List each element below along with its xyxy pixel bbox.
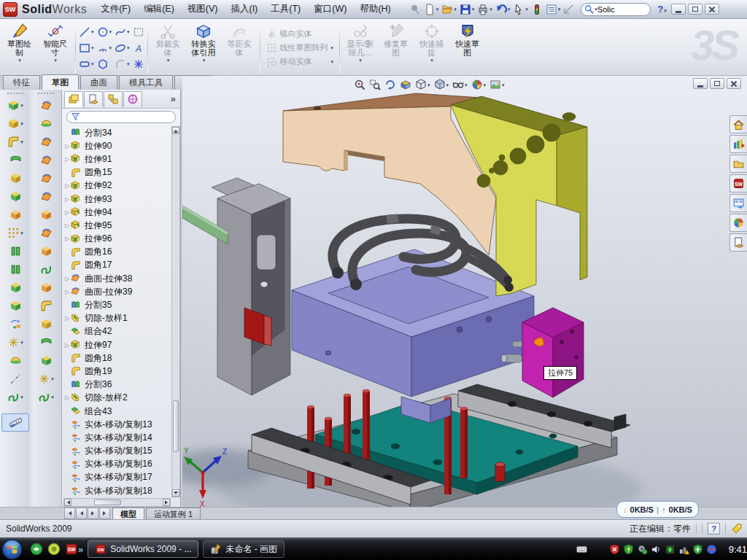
search-box[interactable]: ▾: [581, 3, 651, 16]
tree-item-14[interactable]: ▷切除-放样1: [63, 312, 171, 325]
upload-monitor-tray-icon[interactable]: [665, 544, 676, 555]
circle-button[interactable]: ▾: [96, 24, 113, 40]
new-document-icon[interactable]: ▾: [422, 2, 441, 17]
undo-icon[interactable]: ▾: [494, 2, 512, 17]
sketch-tool-button[interactable]: ▾: [32, 370, 60, 388]
tree-item-21[interactable]: 组合43: [63, 405, 171, 418]
status-help-button[interactable]: ?: [708, 523, 720, 534]
helix-button[interactable]: ▾: [32, 388, 60, 406]
convert-entities-button[interactable]: 转换实 体引用▾: [186, 21, 222, 74]
menu-item-0[interactable]: 文件(F): [94, 0, 137, 18]
expander-icon[interactable]: ▷: [63, 222, 71, 229]
tree-item-25[interactable]: 实体-移动/复制16: [63, 458, 171, 471]
combine-button[interactable]: [1, 297, 29, 315]
tree-item-12[interactable]: ▷曲面-拉伸39: [63, 285, 171, 298]
nav-last-button[interactable]: [99, 508, 110, 519]
extruded-boss-button[interactable]: ▾: [1, 96, 29, 114]
offset-surface-button[interactable]: [32, 206, 60, 224]
slide-block[interactable]: [522, 308, 584, 397]
nav-next-button[interactable]: [88, 508, 98, 519]
custom-properties-button[interactable]: [729, 233, 747, 252]
rectangle-button[interactable]: ▾: [78, 40, 95, 56]
start-button[interactable]: [1, 539, 23, 560]
replace-face-button[interactable]: [32, 260, 60, 279]
quick-snaps-button[interactable]: 快速捕 捉▾: [414, 21, 449, 74]
scroll-up-button[interactable]: [172, 127, 179, 134]
expander-icon[interactable]: ▷: [63, 143, 71, 149]
selection-box-button[interactable]: [132, 24, 145, 40]
select-icon[interactable]: ▾: [511, 2, 530, 17]
mirror-button[interactable]: [1, 260, 29, 279]
fillet-button[interactable]: ▾: [1, 133, 29, 151]
tab-0[interactable]: 特征: [3, 75, 40, 90]
menu-item-6[interactable]: 帮助(H): [353, 0, 397, 18]
display-delete-relations-button[interactable]: 显示/删 除几...▾: [342, 21, 378, 74]
tree-item-24[interactable]: 实体-移动/复制15: [63, 445, 171, 458]
scroll-thumb[interactable]: [94, 499, 122, 505]
file-explorer-button[interactable]: [729, 155, 747, 173]
extruded-cut-button[interactable]: ▾: [1, 114, 29, 133]
tree-item-16[interactable]: ▷拉伸97: [63, 338, 171, 351]
offset-entities-button[interactable]: 等距实 体: [222, 21, 258, 74]
filled-surface-button[interactable]: [32, 169, 60, 187]
rib-button[interactable]: [1, 242, 29, 260]
edit-appearance-button[interactable]: ▾: [470, 78, 488, 91]
knit-surface-button[interactable]: [32, 333, 60, 351]
update-gear-tray-icon[interactable]: [637, 544, 648, 555]
tree-filter-input[interactable]: [66, 111, 176, 123]
launcher-quicklaunch-icon[interactable]: [47, 542, 61, 556]
tree-item-20[interactable]: ▷切除-放样2: [63, 392, 171, 405]
sync-status-tray-icon[interactable]: [706, 544, 717, 555]
scroll-right-button[interactable]: [163, 499, 170, 506]
revolved-surface-button[interactable]: [32, 114, 60, 133]
propertymanager-tab[interactable]: [84, 91, 103, 107]
quick-launch-overflow[interactable]: »: [78, 544, 83, 555]
tree-item-5[interactable]: ▷拉伸93: [63, 192, 171, 206]
rapid-sketch-button[interactable]: 快速草 图: [449, 21, 485, 74]
untrim-surface-button[interactable]: [32, 315, 60, 333]
apply-scene-button[interactable]: ▾: [488, 78, 506, 91]
dome-button[interactable]: [1, 351, 29, 370]
lofted-boss-button[interactable]: [1, 169, 29, 187]
clock[interactable]: 9:41: [729, 544, 747, 555]
helix-spiral-button[interactable]: ▾: [1, 388, 29, 406]
axis-button[interactable]: [1, 370, 29, 388]
tree-item-1[interactable]: ▷拉伸90: [63, 139, 171, 152]
polygon-button[interactable]: [96, 56, 113, 72]
menu-item-2[interactable]: 视图(V): [181, 0, 225, 18]
smart-dimension-button[interactable]: 智能尺 寸▾: [37, 21, 73, 74]
antivirus-shield-tray-icon[interactable]: [609, 544, 620, 555]
tree-item-15[interactable]: 组合42: [63, 325, 171, 338]
view-palette-button[interactable]: [729, 194, 747, 212]
short-pin[interactable]: [495, 462, 505, 481]
print-icon[interactable]: ▾: [476, 2, 494, 17]
save-icon[interactable]: ▾: [458, 2, 476, 17]
toolbox-button[interactable]: SW: [729, 174, 747, 192]
swept-boss-button[interactable]: [1, 151, 29, 169]
search-input[interactable]: [597, 5, 635, 14]
expander-icon[interactable]: ▷: [63, 342, 71, 349]
appearances-scenes-button[interactable]: [729, 214, 747, 232]
scroll-thumb[interactable]: [173, 400, 179, 452]
task-button-1[interactable]: 未命名 - 画图: [203, 540, 285, 558]
zoom-to-fit-button[interactable]: [352, 78, 367, 91]
messenger-quicklaunch-icon[interactable]: [30, 542, 43, 556]
draft-button[interactable]: [1, 206, 29, 224]
expander-icon[interactable]: ▷: [63, 209, 71, 216]
tab-2[interactable]: 曲面: [80, 75, 117, 90]
tree-item-9[interactable]: 圆角16: [63, 246, 171, 259]
ruled-surface-button[interactable]: [32, 224, 60, 242]
doc-tab-0[interactable]: 模型: [112, 508, 144, 519]
tree-item-3[interactable]: 圆角15: [63, 166, 171, 179]
thicken-button[interactable]: [32, 351, 60, 370]
reference-geometry-button[interactable]: ▾: [1, 333, 29, 351]
lofted-surface-button[interactable]: [32, 133, 60, 151]
trim-entities-button[interactable]: 剪裁实 体▾: [150, 21, 186, 74]
tab-3[interactable]: 模具工具: [119, 75, 173, 90]
tree-item-6[interactable]: ▷拉伸94: [63, 206, 171, 219]
open-icon[interactable]: ▾: [440, 2, 458, 17]
repair-sketch-button[interactable]: 修复草 图: [378, 21, 414, 74]
tree-item-4[interactable]: ▷拉伸92: [63, 179, 171, 192]
sketch-fillet-button[interactable]: ▾: [114, 56, 131, 72]
dimension-small-icon[interactable]: [562, 2, 576, 17]
